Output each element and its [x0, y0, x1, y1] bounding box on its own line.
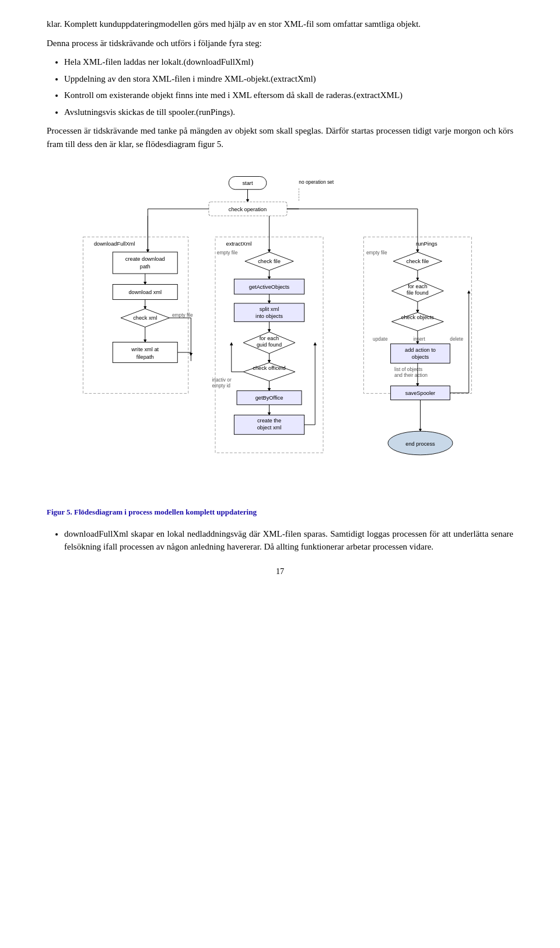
bullet-item-4: Avslutningsvis skickas de till spooler.(… — [64, 106, 513, 119]
svg-text:write xml at: write xml at — [131, 347, 159, 352]
svg-text:start: start — [243, 180, 253, 186]
figure-caption: Figur 5. Flödesdiagram i process modelle… — [47, 506, 513, 518]
svg-text:add action to: add action to — [405, 347, 436, 353]
bullet-item-2: Uppdelning av den stora XML-filen i mind… — [64, 72, 513, 86]
svg-text:insert: insert — [413, 336, 425, 342]
svg-text:empty file: empty file — [217, 250, 238, 256]
svg-text:getByOffice: getByOffice — [256, 395, 284, 401]
svg-text:empty file: empty file — [366, 250, 387, 256]
svg-text:end process: end process — [405, 441, 435, 447]
paragraph-1: klar. Komplett kunduppdateringmodellen g… — [47, 18, 513, 31]
svg-text:create download: create download — [125, 256, 165, 262]
svg-text:for each: for each — [260, 335, 279, 341]
svg-text:for each: for each — [408, 284, 427, 289]
svg-text:guid found: guid found — [257, 342, 282, 348]
paragraph-4: downloadFullXml skapar en lokal nedladdn… — [64, 527, 513, 554]
flowchart-diagram: downloadFullXml extractXml runPings star… — [47, 162, 513, 501]
paragraph-3: Processen är tidskrävande med tanke på m… — [47, 124, 513, 151]
svg-text:into objects: into objects — [256, 313, 283, 319]
svg-rect-20 — [113, 252, 177, 274]
svg-text:list of objects: list of objects — [394, 366, 422, 372]
svg-text:object xml: object xml — [257, 425, 282, 431]
svg-text:split xml: split xml — [260, 306, 279, 312]
svg-text:delete: delete — [450, 336, 463, 342]
svg-text:file found: file found — [407, 290, 429, 296]
svg-text:download xml: download xml — [128, 289, 162, 295]
svg-text:check officeId: check officeId — [253, 365, 285, 371]
svg-text:filepath: filepath — [136, 354, 154, 360]
svg-text:objects: objects — [412, 354, 429, 360]
svg-text:empty file: empty file — [172, 312, 193, 318]
svg-text:update: update — [373, 336, 388, 342]
svg-text:inactiv or: inactiv or — [212, 377, 231, 383]
svg-text:path: path — [140, 264, 150, 270]
svg-text:check xml: check xml — [133, 315, 157, 321]
svg-text:check operation: check operation — [229, 207, 267, 212]
svg-text:saveSpooler: saveSpooler — [405, 390, 435, 396]
bullet-item-3: Kontroll om existerande objekt finns int… — [64, 89, 513, 102]
svg-text:getActiveObjects: getActiveObjects — [249, 284, 290, 290]
svg-text:and their action: and their action — [394, 372, 428, 378]
svg-text:check file: check file — [258, 258, 281, 264]
svg-text:empty id: empty id — [212, 383, 230, 389]
svg-text:downloadFullXml: downloadFullXml — [94, 241, 135, 247]
svg-text:check file: check file — [407, 258, 429, 264]
svg-text:runPings: runPings — [416, 241, 438, 247]
svg-text:extractXml: extractXml — [226, 241, 252, 247]
paragraph-2: Denna process är tidskrävande och utförs… — [47, 37, 513, 50]
svg-text:check objects: check objects — [401, 314, 434, 320]
page-number: 17 — [47, 565, 513, 578]
bullet-item-1: Hela XML-filen laddas ner lokalt.(downlo… — [64, 55, 513, 69]
svg-text:create the: create the — [257, 418, 281, 424]
svg-text:no operation set: no operation set — [299, 179, 334, 185]
